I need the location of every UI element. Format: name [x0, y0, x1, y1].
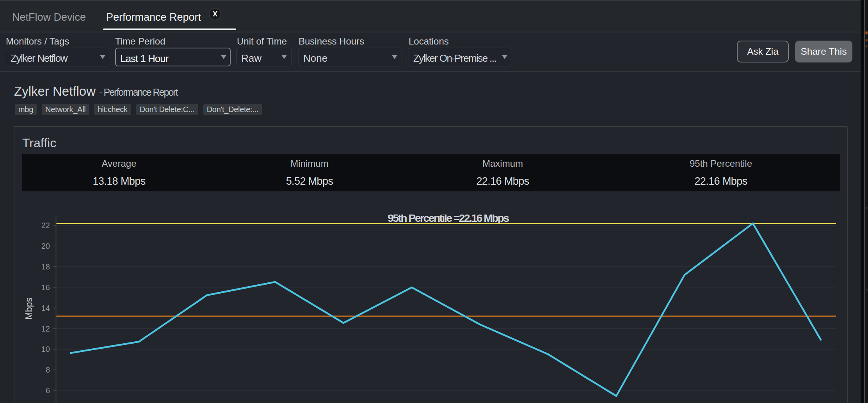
svg-text:22: 22	[41, 221, 50, 230]
svg-text:95th Percentile =22.16 Mbps: 95th Percentile =22.16 Mbps	[388, 212, 509, 224]
svg-text:12: 12	[41, 325, 50, 333]
svg-text:14: 14	[41, 304, 50, 312]
svg-text:6: 6	[46, 386, 50, 395]
svg-text:16: 16	[41, 283, 50, 292]
svg-text:18: 18	[41, 262, 50, 271]
svg-text:8: 8	[46, 366, 50, 374]
svg-text:20: 20	[41, 242, 50, 250]
svg-text:10: 10	[41, 345, 50, 353]
svg-text:Mbps: Mbps	[24, 298, 34, 319]
